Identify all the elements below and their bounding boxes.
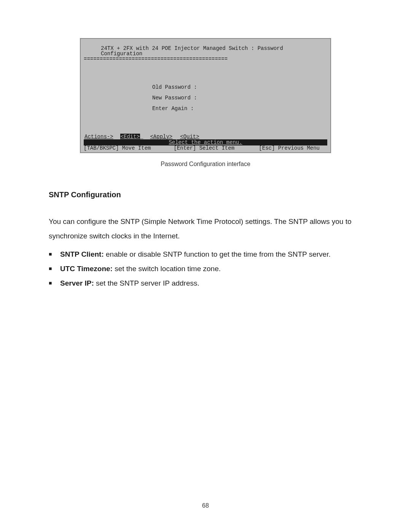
terminal-title: 24TX + 2FX with 24 POE Injector Managed …: [84, 46, 327, 56]
sntp-bullet-list: SNTP Client: enable or disable SNTP func…: [49, 247, 362, 291]
action-quit[interactable]: <Quit>: [179, 134, 200, 140]
bullet-label-utc: UTC Timezone:: [60, 265, 113, 273]
bullet-text-sntp-client: enable or disable SNTP function to get t…: [104, 250, 331, 258]
bullet-text-utc: set the switch location time zone.: [113, 265, 221, 273]
terminal-title-underline: ========================================…: [84, 56, 327, 62]
action-edit[interactable]: <Edit>: [120, 134, 140, 140]
field-new-password: New Password :: [152, 95, 327, 101]
actions-line: Actions-><Edit>_<Apply><Quit>: [84, 134, 327, 139]
hint-enter: [Enter] Select Item: [151, 145, 259, 151]
page-number: 68: [0, 502, 411, 509]
terminal-bottom-bar: Actions-><Edit>_<Apply><Quit> Select the…: [84, 134, 327, 152]
actions-prefix: Actions->: [84, 134, 114, 140]
hint-tab-bkspc: [TAB/BKSPC] Move Item: [84, 145, 151, 151]
footer-hints: [TAB/BKSPC] Move Item [Enter] Select Ite…: [84, 145, 327, 152]
bullet-label-server-ip: Server IP:: [60, 279, 94, 287]
terminal-main-area: 24TX + 2FX with 24 POE Injector Managed …: [81, 39, 330, 152]
bullet-utc-timezone: UTC Timezone: set the switch location ti…: [49, 262, 362, 276]
figure-caption: Password Configuration interface: [49, 161, 362, 168]
action-apply[interactable]: <Apply>: [149, 134, 173, 140]
field-enter-again: Enter Again :: [152, 106, 327, 111]
sntp-description: You can configure the SNTP (Simple Netwo…: [49, 214, 362, 243]
new-password-label: New Password: [152, 95, 191, 101]
old-password-label: Old Password: [152, 85, 191, 90]
section-heading-sntp: SNTP Configuration: [49, 190, 362, 199]
bullet-sntp-client: SNTP Client: enable or disable SNTP func…: [49, 247, 362, 262]
page-container: 24TX + 2FX with 24 POE Injector Managed …: [0, 0, 411, 306]
bullet-server-ip: Server IP: set the SNTP server IP addres…: [49, 276, 362, 291]
field-old-password: Old Password :: [152, 85, 327, 90]
enter-again-label: Enter Again: [152, 106, 187, 111]
terminal-screenshot: 24TX + 2FX with 24 POE Injector Managed …: [80, 38, 331, 153]
bullet-label-sntp-client: SNTP Client:: [60, 250, 104, 258]
bullet-text-server-ip: set the SNTP server IP address.: [94, 279, 199, 287]
hint-esc: [Esc] Previous Menu: [259, 145, 327, 151]
instruction-line: Select the action menu.: [84, 139, 327, 145]
terminal-fields: Old Password : New Password : Enter Agai…: [84, 62, 327, 111]
